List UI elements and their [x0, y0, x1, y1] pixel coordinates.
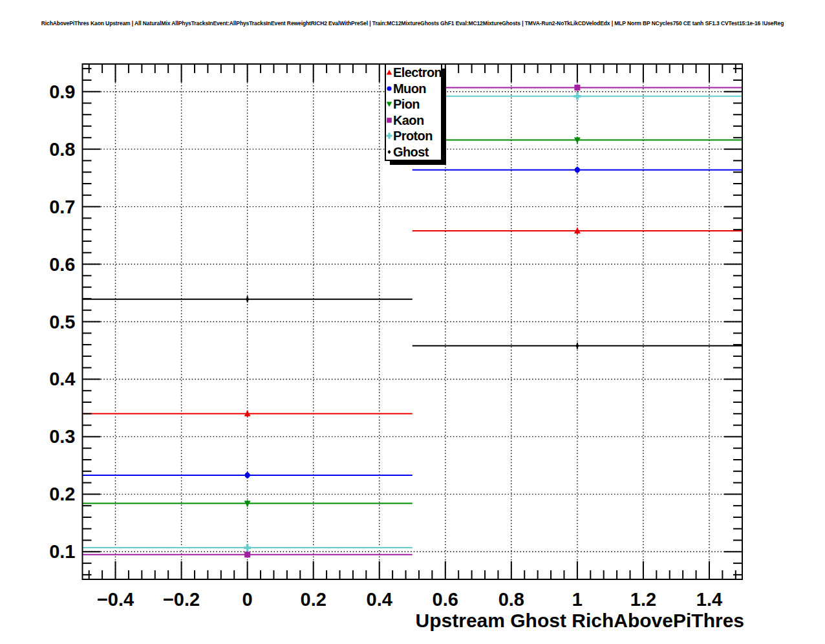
legend-entry-kaon: Kaon: [386, 113, 441, 128]
root-canvas: RichAbovePiThres Kaon Upstream | All Nat…: [0, 0, 825, 644]
legend-entry-muon: Muon: [386, 81, 441, 96]
x-axis-title: Upstream Ghost RichAbovePiThres: [416, 610, 744, 631]
muon-marker: [575, 167, 580, 172]
y-tick-label: 0.4: [49, 369, 75, 389]
y-tick-label: 0.2: [49, 484, 75, 504]
y-tick-label: 0.7: [49, 197, 75, 217]
y-axis-labels: 0.10.20.30.40.50.60.70.80.9: [49, 81, 75, 563]
ghost-marker: [246, 297, 250, 301]
x-tick-label: −0.4: [97, 589, 134, 610]
x-tick-label: 1: [572, 589, 583, 610]
proton-marker: [573, 92, 581, 100]
pion-legend-marker-icon: [386, 97, 393, 111]
legend-entry-proton: Proton: [386, 128, 441, 144]
x-tick-label: 1.4: [696, 589, 722, 610]
kaon-legend-marker: [387, 118, 392, 123]
y-tick-label: 0.5: [49, 312, 75, 332]
electron-legend-marker-icon: [386, 65, 393, 80]
legend-label: Proton: [393, 129, 433, 143]
ghost-marker: [575, 343, 579, 348]
ghost-legend-marker: [387, 150, 391, 154]
x-tick-label: 0.2: [301, 589, 327, 610]
kaon-marker: [574, 85, 580, 91]
electron-legend-marker: [387, 70, 392, 75]
x-tick-label: 0: [242, 589, 253, 610]
kaon-marker: [244, 552, 250, 557]
legend-entry-pion: Pion: [386, 96, 441, 112]
legend-label: Kaon: [393, 113, 424, 127]
legend-label: Electron: [393, 65, 442, 80]
x-tick-label: 0.8: [498, 589, 524, 610]
legend-box: ElectronMuonPionKaonProtonGhost: [385, 63, 442, 161]
proton-legend-marker-icon: [386, 129, 393, 143]
legend-label: Muon: [393, 81, 426, 96]
pion-legend-marker: [387, 102, 392, 107]
y-tick-label: 0.8: [49, 139, 75, 160]
muon-legend-marker: [387, 86, 391, 91]
x-tick-label: 1.2: [630, 589, 656, 610]
y-tick-label: 0.9: [49, 81, 75, 102]
y-tick-label: 0.3: [49, 426, 75, 447]
legend-entry-ghost: Ghost: [386, 144, 441, 160]
x-tick-label: 0.6: [433, 589, 458, 610]
legend-label: Ghost: [393, 145, 429, 159]
proton-marker: [244, 544, 251, 552]
x-tick-label: −0.2: [163, 589, 200, 610]
kaon-legend-marker-icon: [386, 113, 393, 127]
y-tick-label: 0.1: [49, 541, 75, 562]
ghost-legend-marker-icon: [386, 145, 393, 159]
muon-marker: [244, 473, 250, 478]
muon-legend-marker-icon: [386, 81, 393, 96]
x-tick-label: 0.4: [367, 589, 392, 610]
y-tick-label: 0.6: [49, 254, 75, 275]
x-axis-labels: −0.4−0.200.20.40.60.811.21.4: [97, 589, 722, 610]
legend-label: Pion: [393, 97, 420, 111]
legend-entry-electron: Electron: [386, 65, 441, 80]
proton-legend-marker: [386, 133, 392, 139]
